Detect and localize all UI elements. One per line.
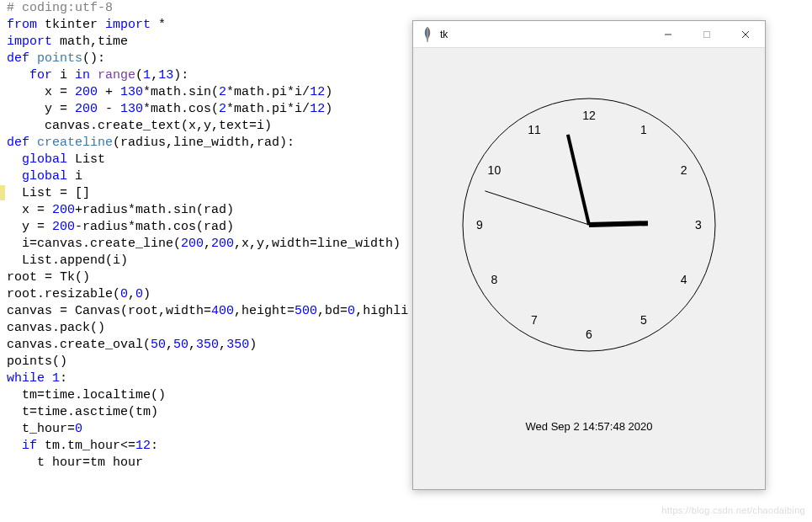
code-line[interactable]: def createline(radius,line_width,rad):: [7, 135, 427, 152]
app-icon: [422, 26, 433, 43]
code-line[interactable]: while 1:: [7, 370, 427, 387]
clock-number: 6: [586, 326, 592, 343]
code-line[interactable]: for i in range(1,13):: [7, 67, 427, 84]
code-line[interactable]: x = 200+radius*math.sin(rad): [7, 202, 427, 219]
code-line[interactable]: global List: [7, 152, 427, 168]
clock-number: 2: [681, 162, 687, 178]
code-line[interactable]: points(): [7, 354, 427, 370]
code-line[interactable]: y = 200 - 130*math.cos(2*math.pi*i/12): [7, 101, 427, 118]
clock-number: 8: [491, 271, 498, 288]
code-line[interactable]: t hour=tm hour: [7, 455, 427, 471]
code-line[interactable]: i=canvas.create_line(200,200,x,y,width=l…: [7, 236, 427, 253]
code-line[interactable]: import math,time: [7, 34, 427, 51]
code-line[interactable]: canvas.pack(): [7, 320, 427, 337]
code-line[interactable]: canvas = Canvas(root,width=400,height=50…: [7, 303, 427, 320]
gutter-highlight: [0, 185, 5, 200]
watermark: https://blog.csdn.net/chaodaibing: [661, 502, 805, 519]
code-line[interactable]: global i: [7, 168, 427, 185]
svg-line-5: [589, 223, 648, 225]
maximize-button: [687, 21, 726, 48]
code-line[interactable]: canvas.create_text(x,y,text=i): [7, 118, 427, 135]
clock-number: 5: [640, 312, 647, 328]
clock-number: 4: [681, 271, 687, 288]
code-line[interactable]: tm=time.localtime(): [7, 387, 427, 404]
code-line[interactable]: # coding:utf-8: [7, 0, 427, 17]
minimize-button[interactable]: [649, 21, 687, 48]
clock-time-label: Wed Sep 2 14:57:48 2020: [526, 418, 653, 435]
clock-number: 3: [695, 216, 702, 233]
code-line[interactable]: canvas.create_oval(50,50,350,350): [7, 337, 427, 354]
code-line[interactable]: root.resizable(0,0): [7, 286, 427, 303]
tk-window: tk Wed Sep 2 14:57:48 2020 1212345678910…: [412, 20, 766, 490]
code-line[interactable]: t=time.asctime(tm): [7, 404, 427, 421]
code-line[interactable]: def points():: [7, 51, 427, 67]
svg-line-6: [568, 135, 589, 225]
code-line[interactable]: from tkinter import *: [7, 17, 427, 34]
clock-number: 9: [476, 216, 483, 233]
window-titlebar: tk: [413, 21, 765, 48]
clock-number: 10: [488, 162, 502, 178]
clock-number: 12: [582, 107, 596, 124]
code-editor[interactable]: # coding:utf-8from tkinter import *impor…: [7, 0, 427, 471]
close-button[interactable]: [726, 21, 765, 48]
code-line[interactable]: List.append(i): [7, 253, 427, 269]
tk-canvas: Wed Sep 2 14:57:48 2020 121234567891011: [421, 56, 757, 477]
clock-number: 1: [640, 121, 647, 138]
window-title: tk: [440, 26, 448, 43]
code-line[interactable]: if tm.tm_hour<=12:: [7, 438, 427, 455]
svg-rect-1: [704, 31, 710, 37]
code-line[interactable]: y = 200-radius*math.cos(rad): [7, 219, 427, 236]
clock-number: 11: [528, 121, 541, 138]
svg-line-7: [485, 191, 589, 225]
code-line[interactable]: List = []: [7, 185, 427, 202]
code-line[interactable]: root = Tk(): [7, 269, 427, 286]
code-line[interactable]: x = 200 + 130*math.sin(2*math.pi*i/12): [7, 84, 427, 101]
code-line[interactable]: t_hour=0: [7, 421, 427, 438]
clock-number: 7: [531, 312, 538, 328]
